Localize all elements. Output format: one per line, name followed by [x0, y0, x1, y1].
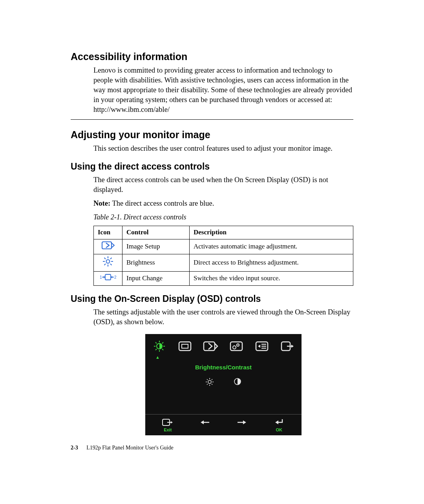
svg-point-1	[106, 259, 110, 263]
osd-sub-contrast-icon	[234, 378, 241, 389]
svg-line-25	[155, 349, 157, 350]
heading-adjusting: Adjusting your monitor image	[71, 129, 353, 141]
osd-body: The settings adjustable with the user co…	[93, 307, 353, 327]
svg-line-22	[155, 342, 157, 343]
svg-text:1: 1	[100, 275, 102, 279]
cell-desc: Activates automatic image adjustment.	[190, 239, 353, 254]
direct-controls-table: Icon Control Description Image Setup Act…	[93, 226, 353, 286]
cell-control: Image Setup	[122, 239, 190, 254]
cell-control: Input Change	[122, 271, 190, 285]
svg-text:2: 2	[114, 275, 117, 279]
brightness-icon	[94, 254, 122, 271]
section-divider	[71, 119, 353, 120]
osd-exit-button: Exit	[158, 418, 177, 433]
svg-rect-11	[105, 274, 111, 280]
svg-marker-54	[201, 420, 204, 424]
osd-top-tabs	[145, 334, 302, 355]
osd-bottom-controls: Exit OK	[145, 414, 302, 435]
th-desc: Description	[190, 226, 353, 239]
table-header-row: Icon Control Description	[94, 226, 353, 239]
svg-marker-57	[275, 420, 278, 424]
svg-rect-29	[230, 342, 242, 351]
osd-subicons	[145, 378, 302, 414]
note-label: Note:	[93, 199, 110, 207]
input-change-icon: 1 2	[94, 271, 122, 285]
svg-marker-52	[171, 421, 173, 424]
table-row: Brightness Direct access to Brightness a…	[94, 254, 353, 271]
cell-desc: Direct access to Brightness adjustment.	[190, 254, 353, 271]
osd-tab-image-properties	[228, 340, 245, 353]
heading-accessibility: Accessibility information	[71, 51, 353, 62]
cell-desc: Switches the video input source.	[190, 271, 353, 285]
osd-tab-brightness-contrast	[151, 340, 168, 353]
svg-rect-26	[179, 342, 191, 351]
svg-marker-56	[243, 420, 246, 424]
osd-ok-label: OK	[276, 427, 283, 433]
svg-line-23	[162, 349, 163, 350]
osd-tab-exit	[279, 340, 296, 353]
cell-control: Brightness	[122, 254, 190, 271]
osd-panel: ▲ Brightness/Contrast Exit	[145, 334, 302, 435]
svg-line-6	[104, 257, 106, 259]
direct-body: The direct access controls can be used w…	[93, 175, 353, 195]
image-setup-icon	[94, 239, 122, 254]
direct-note: Note: The direct access controls are blu…	[93, 199, 353, 208]
svg-point-30	[233, 346, 236, 349]
svg-point-31	[237, 344, 239, 346]
svg-rect-0	[102, 242, 111, 249]
note-text: The direct access controls are blue.	[110, 199, 214, 207]
svg-line-48	[207, 384, 208, 385]
osd-tab-image-setup	[202, 340, 219, 353]
svg-point-40	[208, 380, 211, 383]
table-row: Image Setup Activates automatic image ad…	[94, 239, 353, 254]
svg-marker-39	[291, 345, 294, 348]
heading-osd-controls: Using the On-Screen Display (OSD) contro…	[71, 294, 353, 304]
book-title: L192p Flat Panel Monitor User's Guide	[86, 445, 173, 451]
th-control: Control	[122, 226, 190, 239]
svg-line-24	[162, 342, 163, 343]
osd-ok-button: OK	[269, 418, 289, 433]
osd-sub-brightness-icon	[205, 378, 214, 389]
svg-line-9	[104, 264, 106, 265]
heading-direct-controls: Using the direct access controls	[71, 161, 353, 172]
osd-tab-options	[253, 340, 270, 353]
osd-selection-arrow-icon: ▲	[145, 355, 302, 360]
svg-line-47	[212, 379, 212, 380]
svg-line-46	[212, 384, 212, 385]
accessibility-body: Lenovo is committed to providing greater…	[93, 66, 353, 115]
osd-exit-label: Exit	[164, 427, 172, 433]
osd-right-button	[232, 419, 252, 433]
svg-line-7	[110, 264, 112, 265]
page-footer: 2-3 L192p Flat Panel Monitor User's Guid…	[71, 445, 353, 451]
osd-menu-title: Brightness/Contrast	[145, 360, 302, 378]
table-caption: Table 2-1. Direct access controls	[93, 212, 353, 222]
osd-left-button	[195, 419, 215, 433]
table-row: 1 2 Input Change Switches the video inpu…	[94, 271, 353, 285]
osd-tab-image-position	[176, 340, 194, 353]
svg-line-8	[110, 257, 112, 259]
page-number: 2-3	[71, 445, 78, 451]
svg-line-45	[207, 379, 208, 380]
th-icon: Icon	[94, 226, 122, 239]
svg-rect-27	[182, 344, 188, 348]
svg-marker-33	[258, 345, 260, 348]
adjusting-body: This section describes the user control …	[93, 144, 353, 153]
